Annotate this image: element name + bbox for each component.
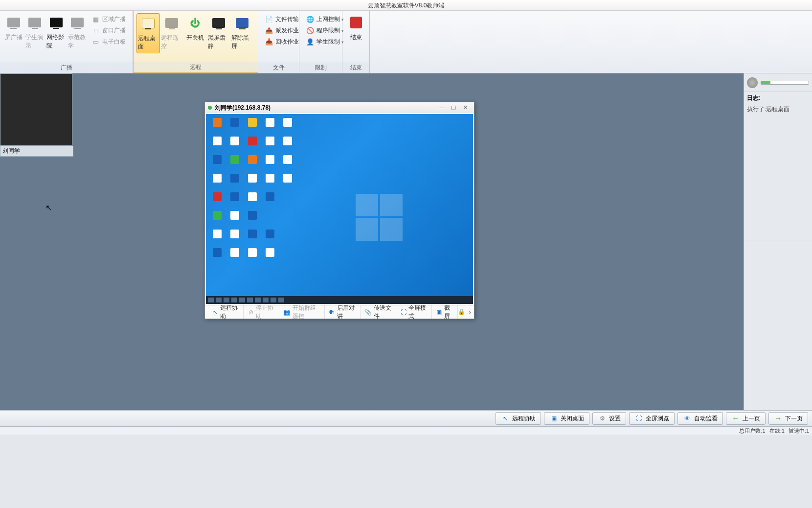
cursor-icon: ↖ [212,309,218,316]
student-limit-button[interactable]: 👤学生限制 [304,36,346,47]
bottom-close-desktop-button[interactable]: ▣关闭桌面 [544,412,589,425]
power-button[interactable]: ⏻ 开关机 [183,13,207,44]
unblack-button[interactable]: 解除黑屏 [230,13,254,52]
status-total-users: 总用户数:1 [739,427,765,435]
student-screen-preview [0,73,72,146]
close-button[interactable]: ✕ [459,104,471,112]
remote-desktop-icons [209,117,296,265]
program-limit-button[interactable]: 🚫程序限制 [304,25,346,36]
remote-window-toolbar: ↖远程协助 ⊘停止协助 👥开始群组遥控 🗣启用对讲 📎传送文件 ⛶全屏模式 ▣截… [205,305,474,319]
ribbon-group-remote: 远程桌面 远程遥控 ⏻ 开关机 黑屏肃静 解除黑屏 远程 [133,11,258,73]
bottom-empty-area [0,435,812,508]
collect-homework-button[interactable]: 📥回收作业 [263,36,301,47]
window-icon: ◻ [92,27,100,35]
remote-desktop-button[interactable]: 远程桌面 [136,13,160,53]
ribbon-group-end: 结束 结束 [342,11,370,73]
file-icon: 📄 [265,16,273,23]
net-control-button[interactable]: 🌐上网控制 [304,14,346,25]
talk-icon: 🗣 [329,309,335,316]
expand-icon[interactable]: › [469,308,471,316]
windows-logo-icon [356,194,405,243]
ribbon: 屏广播 学生演示 网络影院 示范教学 ▦区域广播 ◻窗口广播 ▭电子白板 广播 [0,11,812,73]
remote-desktop-window: 刘同学(192.168.8.78) — ▢ ✕ [204,102,474,319]
region-broadcast-button[interactable]: ▦区域广播 [90,14,128,25]
minimize-button[interactable]: — [436,104,448,112]
volume-slider[interactable] [761,81,809,85]
prev-page-button[interactable]: ←上一页 [726,412,766,425]
student-name-label: 刘同学 [0,146,73,157]
monitor-icon [27,15,43,30]
cursor-icon: ↖ [501,415,510,422]
window-broadcast-button[interactable]: ◻窗口广播 [90,25,128,36]
student-thumbnail[interactable]: 刘同学 [0,73,73,157]
ribbon-group-broadcast: 屏广播 学生演示 网络影院 示范教学 ▦区域广播 ◻窗口广播 ▭电子白板 广播 [0,11,133,73]
status-selected: 被选中:1 [789,427,809,435]
end-button[interactable]: 结束 [345,13,366,44]
close-desktop-icon: ▣ [549,415,558,422]
remote-control-icon [164,15,180,31]
remote-assist-tool[interactable]: ↖远程协助 [208,305,244,319]
unblack-icon [234,15,250,31]
remote-desktop-icon [140,16,156,31]
fullscreen-icon: ⛶ [400,309,406,316]
screen-broadcast-button[interactable]: 屏广播 [3,13,24,44]
log-title: 日志: [744,92,812,104]
bottom-remote-assist-button[interactable]: ↖远程协助 [496,412,541,425]
whiteboard-icon: ▭ [92,38,100,46]
stop-assist-tool[interactable]: ⊘停止协助 [244,305,279,319]
ribbon-group-label: 文件 [258,62,299,73]
fullscreen-icon: ⛶ [634,415,643,422]
ribbon-group-label: 远程 [134,62,258,72]
status-bar: 总用户数:1 在线:1 被选中:1 [0,427,812,435]
send-homework-button[interactable]: 📤派发作业 [263,25,301,36]
ribbon-group-label: 结束 [342,62,369,73]
camera-icon: ▣ [436,309,442,316]
lock-icon[interactable]: 🔒 [458,308,466,316]
volume-control[interactable] [744,73,812,92]
gear-icon: ⚙ [598,415,607,422]
app-titlebar: 云顶智慧教室软件V8.0教师端 [0,0,812,11]
power-icon: ⏻ [187,15,203,31]
eye-icon: 👁 [683,415,692,422]
remote-window-title: 刘同学(192.168.8.78) [215,104,271,112]
monitor-icon [69,15,85,30]
maximize-button[interactable]: ▢ [448,104,459,112]
bottom-fullscreen-browse-button[interactable]: ⛶全屏浏览 [629,412,675,425]
enable-talk-tool[interactable]: 🗣启用对讲 [325,305,361,319]
status-dot-icon [208,106,212,110]
next-page-button[interactable]: →下一页 [768,412,808,425]
region-icon: ▦ [92,16,100,23]
ribbon-group-file: 📄文件传输 📤派发作业 📥回收作业 文件 [258,11,299,73]
right-panel: 日志: 执行了:远程桌面 [744,73,812,415]
student-demo-button[interactable]: 学生演示 [24,13,46,52]
demo-teaching-button[interactable]: 示范教学 [67,13,89,52]
remote-control-button[interactable]: 远程遥控 [160,13,183,52]
workspace: 刘同学 刘同学(192.168.8.78) — ▢ ✕ [0,73,744,415]
send-file-tool[interactable]: 📎传送文件 [361,305,396,319]
group-control-tool[interactable]: 👥开始群组遥控 [279,305,325,319]
bottom-settings-button[interactable]: ⚙设置 [592,412,626,425]
file-transfer-button[interactable]: 📄文件传输 [263,14,301,25]
stop-icon: ⊘ [248,309,254,316]
ribbon-group-label: 广播 [0,62,133,73]
remote-taskbar [206,296,473,304]
user-icon: 👤 [306,38,314,46]
remote-window-titlebar[interactable]: 刘同学(192.168.8.78) — ▢ ✕ [205,102,474,113]
remote-desktop-view[interactable] [205,113,474,305]
file-send-icon: 📎 [364,309,372,316]
monitor-icon [6,15,22,30]
black-screen-icon [211,15,226,31]
status-online: 在线:1 [769,427,785,435]
network-theater-button[interactable]: 网络影院 [45,13,67,52]
black-screen-button[interactable]: 黑屏肃静 [207,13,230,52]
bottom-toolbar: ↖远程协助 ▣关闭桌面 ⚙设置 ⛶全屏浏览 👁自动监看 ←上一页 →下一页 [0,410,812,427]
bottom-auto-monitor-button[interactable]: 👁自动监看 [677,412,723,425]
whiteboard-button[interactable]: ▭电子白板 [90,36,128,47]
screenshot-tool[interactable]: ▣截屏 [432,305,458,319]
stop-icon [348,15,364,30]
app-title: 云顶智慧教室软件V8.0教师端 [368,2,445,9]
speaker-icon [747,77,758,88]
fullscreen-tool[interactable]: ⛶全屏模式 [396,305,432,319]
group-icon: 👥 [283,309,291,316]
block-icon: 🚫 [306,27,314,35]
